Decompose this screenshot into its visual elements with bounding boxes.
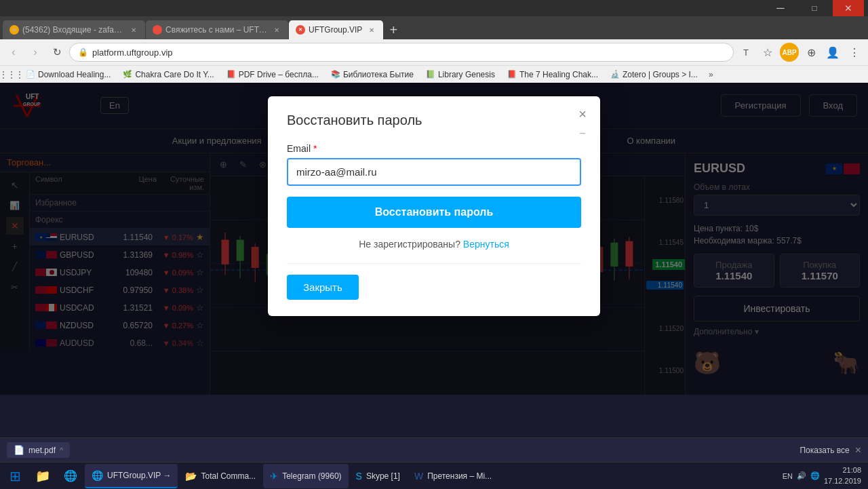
menu-btn[interactable]: ⋮	[845, 43, 864, 62]
bookmarks-bar: ⋮⋮⋮ 📄 Download Healing... 🌿 Chakra Care …	[0, 65, 868, 83]
tab-uft-contact-label: Свяжитесь с нами – UFT Group	[165, 25, 267, 35]
taskbar-item-telegram[interactable]: ✈ Telegram (9960)	[263, 464, 348, 488]
new-tab-btn[interactable]: +	[384, 20, 403, 39]
bookmark-btn[interactable]: ☆	[758, 43, 777, 62]
taskbar-item-total[interactable]: 📂 Total Comma...	[178, 464, 262, 488]
taskbar-item-chrome[interactable]: 🌐	[57, 464, 84, 488]
modal-email-input[interactable]	[287, 158, 581, 186]
tab-inbox-close[interactable]: ✕	[129, 25, 138, 35]
taskbar-item-skype[interactable]: S Skype [1]	[349, 464, 407, 488]
close-downloads-btn[interactable]: ×	[855, 444, 861, 456]
download-bar: 📄 met.pdf ^ Показать все ×	[0, 437, 868, 462]
modal-submit-btn[interactable]: Восстановить пароль	[287, 197, 581, 228]
download-chevron-icon: ^	[60, 446, 63, 454]
window-close-btn[interactable]: ✕	[833, 0, 864, 16]
window-minimize-btn[interactable]: ─	[765, 0, 796, 16]
bookmark-6[interactable]: 📕 The 7 Healing Chak...	[502, 69, 604, 81]
pdf-file-icon: 📄	[14, 445, 24, 455]
modal-not-registered: Не зарегистрированы? Вернуться	[287, 239, 581, 250]
profile-btn[interactable]: 👤	[823, 43, 842, 62]
taskbar: ⊞ 📁 🌐 🌐 UFTGroup.VIP → 📂 Total Comma... …	[0, 462, 868, 489]
bookmark-4[interactable]: 📚 Библиотека Бытие	[326, 69, 419, 81]
modal-email-label: Email *	[287, 143, 581, 154]
modal-close-x-btn[interactable]: ×	[574, 106, 591, 122]
recover-password-modal: Восстановить пароль × − Email * Восстано…	[268, 96, 600, 316]
tab-uft-vip-label: UFTGroup.VIP	[309, 25, 362, 35]
translate-btn[interactable]: T	[736, 43, 755, 62]
start-button[interactable]: ⊞	[1, 464, 28, 488]
nav-refresh-btn[interactable]: ↻	[47, 43, 66, 62]
taskbar-item-word[interactable]: W Претензия – Mi...	[408, 464, 498, 488]
nav-back-btn[interactable]: ‹	[4, 43, 23, 62]
modal-back-link[interactable]: Вернуться	[463, 239, 509, 250]
system-tray: EN 🔊 🌐 21:08 17.12.2019	[777, 465, 867, 486]
taskbar-item-files[interactable]: 📁	[29, 464, 56, 488]
taskbar-item-uft[interactable]: 🌐 UFTGroup.VIP →	[85, 464, 178, 488]
address-bar[interactable]: 🔒 platform.uftgroup.vip	[69, 43, 734, 62]
nav-bar: ‹ › ↻ 🔒 platform.uftgroup.vip T ☆ ABP ⊕ …	[0, 39, 868, 65]
more-bookmarks-btn[interactable]: »	[705, 69, 717, 81]
tab-uft-contact[interactable]: Свяжитесь с нами – UFT Group ✕	[146, 20, 288, 39]
nav-forward-btn[interactable]: ›	[26, 43, 45, 62]
show-all-btn[interactable]: Показать все	[800, 446, 849, 455]
modal-minimize-btn[interactable]: −	[574, 128, 591, 140]
bookmark-2[interactable]: 🌿 Chakra Care Do It Y...	[117, 69, 219, 81]
title-bar: ─ □ ✕	[0, 0, 868, 16]
bookmark-3[interactable]: 📕 PDF Drive – бесплa...	[221, 69, 324, 81]
tab-uft-vip-close[interactable]: ✕	[367, 25, 376, 35]
page-content: UFT GROUP En Регистрация Вход Акции и пр…	[0, 83, 868, 395]
browser-chrome: ─ □ ✕ ✉ (54362) Входящие - zafar1405@...…	[0, 0, 868, 83]
bookmark-apps-btn[interactable]: ⋮⋮⋮	[4, 67, 19, 82]
tab-uft-contact-close[interactable]: ✕	[272, 25, 281, 35]
address-lock-icon: 🔒	[78, 47, 88, 57]
tab-inbox-label: (54362) Входящие - zafar1405@...	[22, 25, 124, 35]
tab-uft-vip[interactable]: ✕ UFTGroup.VIP ✕	[289, 20, 383, 39]
bookmark-5[interactable]: 📗 Library Genesis	[420, 69, 500, 81]
modal-overlay: Восстановить пароль × − Email * Восстано…	[0, 83, 868, 395]
extensions-btn[interactable]: ⊕	[802, 43, 821, 62]
bookmark-1[interactable]: 📄 Download Healing...	[20, 69, 116, 81]
modal-title: Восстановить пароль	[287, 113, 581, 128]
tab-inbox[interactable]: ✉ (54362) Входящие - zafar1405@... ✕	[3, 20, 145, 39]
modal-close-btn[interactable]: Закрыть	[287, 275, 359, 300]
download-item[interactable]: 📄 met.pdf ^	[7, 442, 70, 458]
adblock-btn[interactable]: ABP	[780, 43, 799, 62]
window-maximize-btn[interactable]: □	[799, 0, 830, 16]
taskbar-clock: 21:08 17.12.2019	[824, 465, 861, 486]
address-text: platform.uftgroup.vip	[92, 47, 725, 58]
tab-bar: ✉ (54362) Входящие - zafar1405@... ✕ Свя…	[0, 16, 868, 39]
download-filename: met.pdf	[28, 446, 56, 455]
bookmark-7[interactable]: 🔬 Zotero | Groups > I...	[605, 69, 703, 81]
